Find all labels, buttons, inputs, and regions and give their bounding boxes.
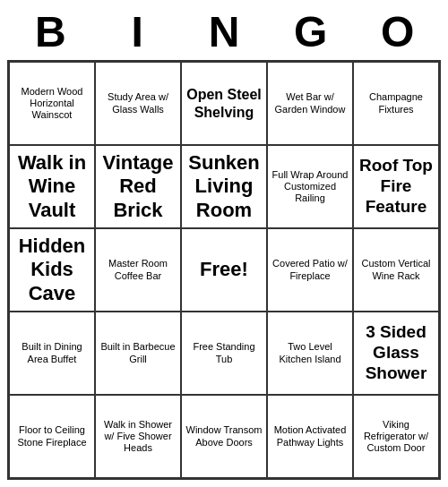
bingo-letter: G bbox=[267, 7, 354, 56]
bingo-letter: O bbox=[354, 7, 441, 56]
cell-r0-c0: Modern Wood Horizontal Wainscot bbox=[9, 62, 95, 145]
bingo-letter: I bbox=[94, 7, 181, 56]
cell-r0-c1: Study Area w/ Glass Walls bbox=[95, 62, 181, 145]
cell-r2-c1: Master Room Coffee Bar bbox=[95, 228, 181, 312]
cell-r1-c4: Roof Top Fire Feature bbox=[353, 145, 439, 228]
cell-r3-c1: Built in Barbecue Grill bbox=[95, 312, 181, 395]
bingo-letter: B bbox=[7, 7, 94, 56]
cell-r4-c1: Walk in Shower w/ Five Shower Heads bbox=[95, 395, 181, 478]
cell-r4-c2: Window Transom Above Doors bbox=[181, 395, 267, 478]
cell-r1-c3: Full Wrap Around Customized Railing bbox=[267, 145, 353, 228]
cell-r4-c4: Viking Refrigerator w/ Custom Door bbox=[353, 395, 439, 478]
cell-r2-c2: Free! bbox=[181, 228, 267, 312]
cell-r0-c3: Wet Bar w/ Garden Window bbox=[267, 62, 353, 145]
cell-r4-c0: Floor to Ceiling Stone Fireplace bbox=[9, 395, 95, 478]
cell-r2-c4: Custom Vertical Wine Rack bbox=[353, 228, 439, 312]
cell-r1-c0: Walk in Wine Vault bbox=[9, 145, 95, 228]
cell-r3-c4: 3 Sided Glass Shower bbox=[353, 312, 439, 395]
cell-r2-c0: Hidden Kids Cave bbox=[9, 228, 95, 312]
cell-r2-c3: Covered Patio w/ Fireplace bbox=[267, 228, 353, 312]
bingo-letter: N bbox=[181, 7, 268, 56]
cell-r3-c0: Built in Dining Area Buffet bbox=[9, 312, 95, 395]
cell-r1-c1: Vintage Red Brick bbox=[95, 145, 181, 228]
cell-r3-c3: Two Level Kitchen Island bbox=[267, 312, 353, 395]
cell-r0-c4: Champagne Fixtures bbox=[353, 62, 439, 145]
cell-r0-c2: Open Steel Shelving bbox=[181, 62, 267, 145]
cell-r3-c2: Free Standing Tub bbox=[181, 312, 267, 395]
bingo-grid: Modern Wood Horizontal WainscotStudy Are… bbox=[7, 60, 441, 480]
cell-r1-c2: Sunken Living Room bbox=[181, 145, 267, 228]
bingo-header: BINGO bbox=[7, 7, 441, 56]
cell-r4-c3: Motion Activated Pathway Lights bbox=[267, 395, 353, 478]
